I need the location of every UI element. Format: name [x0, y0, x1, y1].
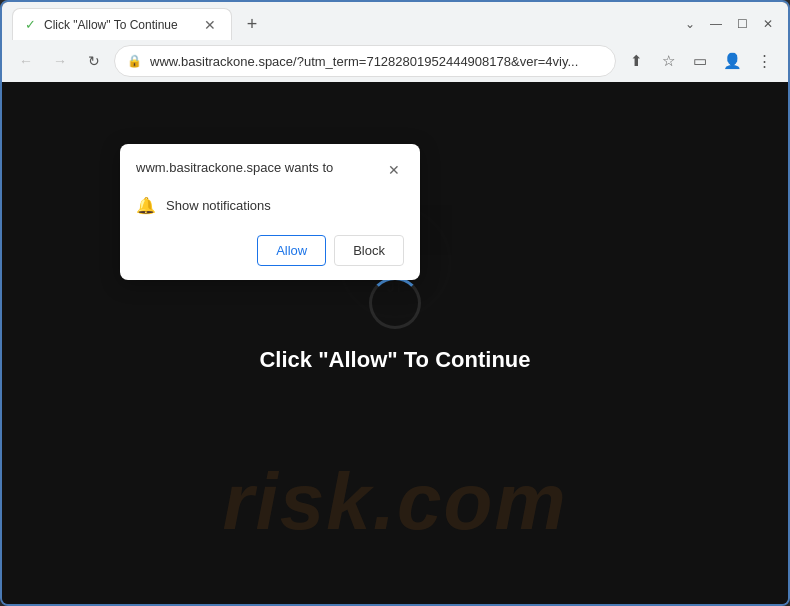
main-text: Click "Allow" To Continue [259, 347, 530, 373]
refresh-button[interactable]: ↻ [80, 47, 108, 75]
block-button[interactable]: Block [334, 235, 404, 266]
permission-dialog: wwm.basitrackone.space wants to ✕ 🔔 Show… [120, 144, 420, 280]
profile-button[interactable]: 👤 [718, 47, 746, 75]
share-button[interactable]: ⬆ [622, 47, 650, 75]
allow-button[interactable]: Allow [257, 235, 326, 266]
maximize-window-button[interactable]: ☐ [732, 14, 752, 34]
new-tab-button[interactable]: + [238, 10, 266, 38]
address-text: www.basitrackone.space/?utm_term=7128280… [150, 54, 603, 69]
page-content: JT Click "Allow" To Continue risk.com ww… [2, 82, 788, 606]
navigation-bar: ← → ↻ 🔒 www.basitrackone.space/?utm_term… [2, 40, 788, 82]
expand-window-button[interactable]: ⌄ [680, 14, 700, 34]
close-window-button[interactable]: ✕ [758, 14, 778, 34]
dialog-option: 🔔 Show notifications [120, 188, 420, 227]
title-bar: ✓ Click "Allow" To Continue ✕ + ⌄ — ☐ ✕ [2, 2, 788, 40]
loading-spinner [369, 277, 421, 329]
option-label: Show notifications [166, 198, 271, 213]
nav-actions: ⬆ ☆ ▭ 👤 ⋮ [622, 47, 778, 75]
back-button[interactable]: ← [12, 47, 40, 75]
address-bar[interactable]: 🔒 www.basitrackone.space/?utm_term=71282… [114, 45, 616, 77]
dialog-buttons: Allow Block [120, 227, 420, 280]
lock-icon: 🔒 [127, 54, 142, 68]
tab-close-button[interactable]: ✕ [201, 16, 219, 34]
tab-bar: ✓ Click "Allow" To Continue ✕ + [12, 8, 670, 40]
bookmark-button[interactable]: ☆ [654, 47, 682, 75]
menu-button[interactable]: ⋮ [750, 47, 778, 75]
dialog-close-button[interactable]: ✕ [384, 160, 404, 180]
bell-icon: 🔔 [136, 196, 156, 215]
minimize-window-button[interactable]: — [706, 14, 726, 34]
tab-title: Click "Allow" To Continue [44, 18, 193, 32]
watermark-text: risk.com [222, 456, 567, 548]
window-controls: ⌄ — ☐ ✕ [680, 14, 778, 34]
spinner-container: Click "Allow" To Continue [259, 277, 530, 373]
extensions-button[interactable]: ▭ [686, 47, 714, 75]
dialog-header: wwm.basitrackone.space wants to ✕ [120, 144, 420, 188]
browser-chrome: ✓ Click "Allow" To Continue ✕ + ⌄ — ☐ ✕ … [2, 2, 788, 82]
dialog-title: wwm.basitrackone.space wants to [136, 160, 384, 175]
tab-favicon-checkmark: ✓ [25, 17, 36, 32]
forward-button[interactable]: → [46, 47, 74, 75]
active-tab[interactable]: ✓ Click "Allow" To Continue ✕ [12, 8, 232, 40]
